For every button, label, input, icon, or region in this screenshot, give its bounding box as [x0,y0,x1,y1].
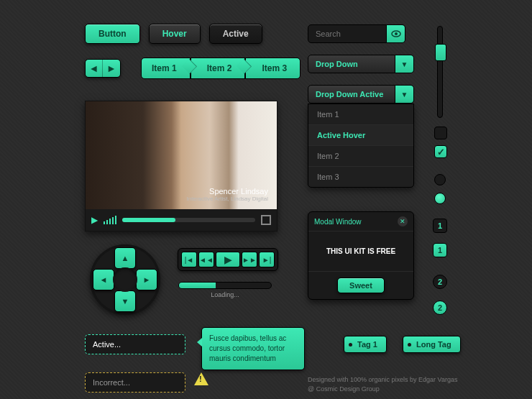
breadcrumb: Item 1 Item 2 Item 3 [141,58,301,79]
badge-circle-green: 2 [433,301,447,315]
dropdown-item[interactable]: Item 2 [308,146,413,167]
volume-icon[interactable] [104,216,116,224]
input-active[interactable] [85,334,185,354]
checkbox-unchecked[interactable] [434,127,447,139]
button-hover[interactable]: Hover [149,24,201,44]
dropdown-item[interactable]: Item 3 [308,167,413,187]
badge-circle-dark: 2 [433,275,447,289]
skip-end-icon[interactable]: ►| [259,252,275,267]
dpad-right-icon[interactable]: ► [136,269,157,290]
video-thumbnail[interactable]: Spencer Lindsay Interactive Artist, Lind… [86,101,277,209]
modal-title: Modal Window [314,218,362,226]
slider-handle[interactable] [435,44,446,61]
progress-bar[interactable] [122,218,255,222]
video-caption-name: Spencer Lindsay [209,187,268,196]
button-active[interactable]: Active [209,24,262,44]
credit-text: Designed with 100% organic pixels by Edg… [308,375,457,393]
tag[interactable]: Tag 1 [344,336,387,353]
dropdown-closed[interactable]: Drop Down ▼ [308,55,414,73]
video-caption-sub: Interactive Artist, Lindsay Digital [187,196,268,202]
dropdown-item[interactable]: Active Hover [308,125,413,146]
modal-body: THIS UI KIT IS FREE [308,231,413,271]
input-incorrect[interactable] [85,372,185,393]
modal-window: Modal Window ✕ THIS UI KIT IS FREE Sweet [308,211,414,300]
tag[interactable]: Long Tag [403,336,461,353]
crumb-item[interactable]: Item 3 [245,58,301,79]
crumb-item[interactable]: Item 1 [141,58,191,79]
loading-label: Loading... [178,291,272,298]
radio-checked[interactable] [434,193,446,204]
tooltip: Fusce dapibus, tellus ac cursus commodo,… [201,327,305,370]
dpad-left-icon[interactable]: ◄ [93,269,114,290]
warning-icon [194,372,208,385]
dropdown-item[interactable]: Item 1 [308,104,413,125]
dropdown-label: Drop Down [308,55,395,73]
dropdown-active[interactable]: Drop Down Active ▼ [308,85,414,104]
checkbox-checked[interactable]: ✓ [434,145,447,158]
chevron-down-icon[interactable]: ▼ [395,55,414,73]
forward-icon[interactable]: ►► [242,252,257,267]
modal-confirm-button[interactable]: Sweet [337,278,385,293]
play-icon[interactable]: ▶ [91,215,98,225]
badge-green: 1 [433,243,447,257]
arrow-back-icon[interactable]: ◄ [86,60,103,77]
media-controls: |◄ ◄◄ ▶ ►► ►| [178,248,278,271]
d-pad: ▲ ▼ ◄ ► [90,244,160,315]
video-player: Spencer Lindsay Interactive Artist, Lind… [85,101,278,231]
search-eye-icon[interactable] [387,24,405,43]
radio-unchecked[interactable] [434,174,446,185]
loading-bar [178,282,272,289]
fullscreen-icon[interactable] [261,215,271,225]
close-icon[interactable]: ✕ [398,216,408,226]
arrow-group: ◄ ► [85,59,121,78]
dropdown-list: Item 1 Active Hover Item 2 Item 3 [308,104,414,188]
button-default[interactable]: Button [85,24,140,44]
play-button-icon[interactable]: ▶ [216,252,240,267]
badge-dark: 1 [433,219,447,233]
rewind-icon[interactable]: ◄◄ [198,252,214,267]
arrow-forward-icon[interactable]: ► [103,60,120,77]
chevron-down-icon[interactable]: ▼ [395,85,414,104]
skip-start-icon[interactable]: |◄ [181,252,197,267]
crumb-item[interactable]: Item 2 [191,58,246,79]
dropdown-label: Drop Down Active [308,85,395,104]
dpad-down-icon[interactable]: ▼ [114,290,136,312]
search-input[interactable] [308,24,387,43]
svg-point-1 [395,32,398,35]
dpad-up-icon[interactable]: ▲ [114,247,136,269]
dpad-center[interactable] [113,267,137,292]
vertical-slider[interactable] [437,26,443,118]
